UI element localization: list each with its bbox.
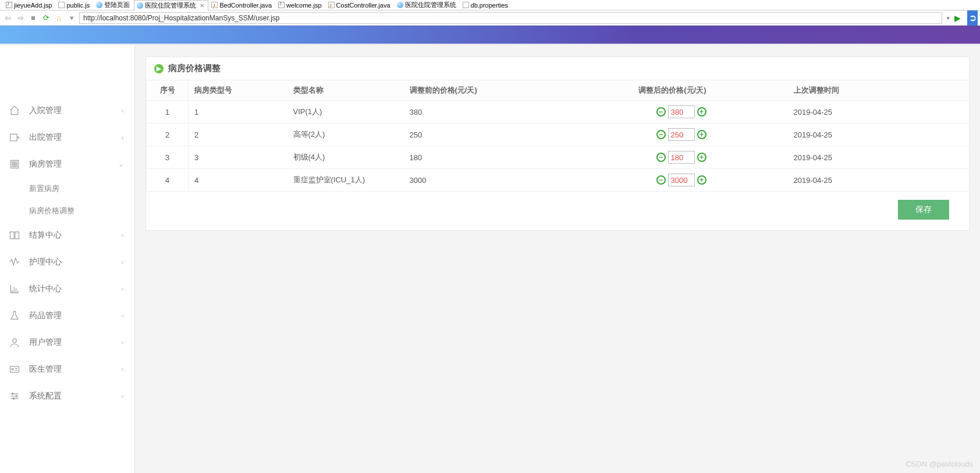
main-content: ▶ 病房价格调整 序号 病房类型号 类型名称 调整前的价格(元/天) 调整后的价… (135, 45, 980, 473)
col-date: 上次调整时间 (712, 80, 970, 101)
browser-toolbar: ⇦ ⇨ ■ ⟳ ⌂ ▾ http://localhost:8080/Proj_H… (0, 10, 980, 26)
svg-point-8 (12, 368, 13, 370)
ide-tab[interactable]: jieyueAdd.jsp (3, 0, 55, 10)
cell-seq: 2 (147, 123, 189, 146)
price-input[interactable] (668, 151, 695, 164)
sidebar-item[interactable]: 用户管理‹ (0, 329, 134, 356)
sidebar-subitem[interactable]: 新置病房 (0, 178, 134, 200)
price-adjust-panel: ▶ 病房价格调整 序号 病房类型号 类型名称 调整前的价格(元/天) 调整后的价… (145, 57, 970, 231)
panel-header: ▶ 病房价格调整 (146, 57, 969, 80)
ide-tab[interactable]: 登陆页面 (94, 0, 133, 10)
chevron-icon: ‹ (122, 365, 124, 373)
minus-icon[interactable]: − (656, 130, 666, 139)
cell-after: −+ (526, 123, 712, 146)
minus-icon[interactable]: − (656, 107, 666, 117)
col-after: 调整后的价格(元/天) (526, 80, 712, 101)
chevron-icon: ‹ (122, 231, 124, 239)
sidebar-item[interactable]: 统计中心‹ (0, 276, 134, 302)
col-seq: 序号 (147, 80, 189, 101)
flask-icon (8, 309, 21, 322)
go-icon[interactable]: ▶ (954, 13, 965, 23)
cell-name: VIP(1人) (287, 101, 404, 123)
sidebar-item[interactable]: 病房管理⌄ (0, 151, 134, 178)
price-input[interactable] (668, 105, 695, 118)
plus-icon[interactable]: + (697, 153, 706, 162)
chevron-icon: ⌄ (118, 160, 124, 168)
sidebar-item[interactable]: 结算中心‹ (0, 222, 134, 249)
dropdown-icon[interactable]: ▾ (66, 13, 77, 23)
plus-icon[interactable]: + (697, 107, 706, 117)
ide-tab-label: jieyueAdd.jsp (14, 2, 52, 9)
sidebar-item-label: 护理中心 (29, 257, 62, 267)
refresh-icon[interactable]: ⟳ (41, 13, 51, 23)
cell-after: −+ (526, 146, 712, 169)
cell-type: 4 (189, 169, 287, 192)
home-icon[interactable]: ⌂ (54, 13, 64, 23)
ide-tab[interactable]: db.properties (460, 0, 512, 10)
ide-tab[interactable]: public.js (56, 0, 93, 10)
svg-rect-2 (12, 162, 14, 164)
sidebar-item[interactable]: 入院管理‹ (0, 97, 134, 124)
ide-tab-strip: jieyueAdd.jsppublic.js登陆页面医院住院管理系统✕BedCo… (0, 0, 980, 10)
sidebar-item-label: 入院管理 (29, 105, 62, 116)
ide-tab-label: public.js (66, 2, 90, 9)
svg-point-9 (12, 393, 13, 395)
price-input[interactable] (668, 128, 695, 141)
cell-type: 1 (189, 101, 287, 123)
file-type-icon (6, 2, 12, 8)
close-icon[interactable]: ✕ (200, 2, 204, 9)
chevron-icon: ‹ (122, 107, 124, 115)
stop-icon[interactable]: ■ (28, 13, 38, 23)
out-icon (8, 131, 21, 144)
svg-point-11 (13, 398, 14, 400)
minus-icon[interactable]: − (656, 153, 666, 162)
chevron-icon: ‹ (122, 338, 124, 347)
file-type-icon (137, 2, 143, 9)
table-row: 11VIP(1人)380−+2019-04-25 (147, 101, 970, 123)
table-row: 33初级(4人)180−+2019-04-25 (147, 146, 970, 169)
sidebar-item[interactable]: 护理中心‹ (0, 249, 134, 276)
url-input[interactable]: http://localhost:8080/Proj_Hospitalizati… (79, 12, 942, 24)
cell-name: 重症监护室(ICU_1人) (287, 169, 404, 192)
file-type-icon (328, 2, 335, 8)
ide-tab[interactable]: BedController.java (209, 0, 275, 10)
file-type-icon (211, 2, 218, 8)
cell-seq: 1 (147, 101, 189, 123)
sidebar-item[interactable]: 药品管理‹ (0, 302, 134, 329)
sidebar-item[interactable]: 系统配置‹ (0, 383, 134, 410)
chevron-icon: ‹ (122, 312, 124, 320)
plus-icon[interactable]: + (697, 175, 706, 185)
chevron-icon: ‹ (122, 392, 124, 400)
ide-tab[interactable]: CostController.java (326, 0, 394, 10)
url-history-icon[interactable]: ▾ (945, 15, 952, 21)
external-browser-icon[interactable]: ➲ (967, 10, 978, 26)
save-button[interactable]: 保存 (898, 200, 949, 220)
sidebar-item-label: 用户管理 (29, 337, 62, 348)
ide-tab[interactable]: 医院住院管理系统 (395, 0, 460, 10)
panel-title: 病房价格调整 (168, 63, 221, 74)
play-circle-icon: ▶ (154, 64, 164, 73)
ide-tab[interactable]: 医院住院管理系统✕ (134, 0, 208, 10)
cell-date: 2019-04-25 (712, 169, 970, 192)
cell-before: 250 (404, 123, 526, 146)
cell-seq: 3 (147, 146, 189, 169)
bed-icon (8, 158, 21, 171)
minus-icon[interactable]: − (656, 175, 666, 185)
sidebar-item-label: 药品管理 (29, 310, 62, 321)
url-text: http://localhost:8080/Proj_Hospitalizati… (83, 14, 280, 22)
table-row: 44重症监护室(ICU_1人)3000−+2019-04-25 (147, 169, 970, 192)
back-icon[interactable]: ⇦ (2, 13, 13, 23)
svg-point-10 (16, 396, 17, 397)
forward-icon[interactable]: ⇨ (15, 13, 26, 23)
sidebar-subitem[interactable]: 病房价格调整 (0, 200, 134, 222)
price-input[interactable] (668, 174, 695, 186)
svg-rect-0 (10, 134, 17, 141)
ide-tab[interactable]: welcome.jsp (276, 0, 325, 10)
svg-rect-4 (12, 165, 14, 167)
sidebar-item-label: 统计中心 (29, 284, 62, 294)
cell-name: 高等(2人) (287, 123, 404, 146)
sidebar-item[interactable]: 出院管理‹ (0, 124, 134, 151)
plus-icon[interactable]: + (697, 130, 706, 139)
sidebar-item[interactable]: 医生管理‹ (0, 356, 134, 383)
ide-tab-label: db.properties (471, 2, 508, 9)
